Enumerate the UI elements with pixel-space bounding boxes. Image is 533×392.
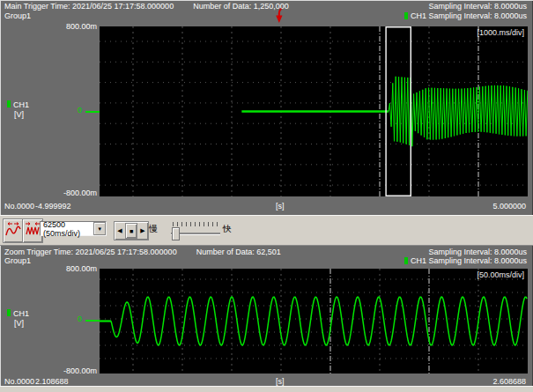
main-sampling-interval: Sampling Interval: 8.0000us (428, 2, 527, 11)
main-record-no: No.0000 (4, 202, 34, 211)
speed-fast-label: 快 (223, 225, 232, 233)
main-zero-marker: 0 (78, 106, 82, 115)
wave-expand-icon (5, 222, 21, 240)
trigger-position-icon (275, 8, 284, 24)
zoom-x-end: 2.608688 (492, 377, 526, 386)
zoom-scale-value: 62500 (50ms/div) (43, 220, 93, 238)
main-time-per-div: [1000.ms/div] (477, 28, 524, 37)
speed-slow-label: 慢 (149, 225, 158, 233)
zoom-scale-combobox[interactable]: 62500 (50ms/div) ▼ (40, 221, 107, 236)
main-waveform-plot[interactable]: [1000.ms/div] (100, 26, 528, 196)
window-bottom-strip (0, 386, 533, 392)
main-y-max-label: 800.00m (0, 22, 97, 31)
ch1-color-swatch-icon (7, 309, 11, 316)
step-forward-button[interactable]: ▶ (137, 222, 148, 240)
step-back-button[interactable]: ◀ (115, 222, 125, 240)
main-header-row2: Group1 CH1 Sampling Interval: 8.0000us (4, 11, 527, 20)
main-ch1-sampling-interval: Sampling Interval: 8.0000us (428, 11, 527, 20)
speed-slider[interactable] (171, 222, 220, 240)
zoom-header-row1: Zoom Trigger Time: 2021/06/25 17:17:58.0… (4, 248, 527, 256)
zoom-toolbar: 62500 (50ms/div) ▼ ◀ ■ ▶ 慢 快 (0, 215, 533, 246)
zoom-x-unit: [s] (276, 377, 285, 386)
slider-ticks (173, 222, 218, 226)
main-group-label: Group1 (4, 11, 31, 20)
zoom-number-of-data: Number of Data: 62,501 (196, 248, 281, 256)
zoom-y-max-label: 800.00m (0, 264, 97, 273)
main-x-end: 5.000000 (492, 202, 526, 211)
zoom-unit-label: [V] (14, 319, 24, 328)
zoom-waveform-plot[interactable]: [50.00ms/div] (100, 269, 528, 374)
main-x-unit: [s] (276, 202, 285, 211)
zoom-ch1-sampling: CH1 Sampling Interval: 8.0000us (404, 256, 527, 265)
main-x-start: -4.999992 (35, 202, 71, 211)
main-ch1-label: CH1 (411, 11, 426, 20)
main-channel-label: CH1 (7, 100, 29, 109)
chevron-down-icon[interactable]: ▼ (93, 222, 106, 235)
zoom-sampling-interval: Sampling Interval: 8.0000us (428, 248, 527, 256)
stop-button[interactable]: ■ (125, 223, 137, 239)
main-waveform-svg (100, 26, 528, 196)
zoom-ch1-label: CH1 (411, 256, 426, 265)
wave-compress-icon (25, 222, 41, 240)
ch1-color-swatch-icon (7, 100, 11, 107)
zoom-waveform-svg (100, 269, 528, 374)
slider-thumb[interactable] (172, 227, 180, 240)
zoom-x-start: 2.108688 (35, 377, 69, 386)
main-header-row1: Main Trigger Time: 2021/06/25 17:17:58.0… (4, 2, 527, 11)
main-trigger-time: Main Trigger Time: 2021/06/25 17:17:58.0… (4, 2, 174, 11)
zoom-zero-tick-icon (85, 320, 100, 322)
zoom-time-per-div: [50.00ms/div] (477, 270, 524, 279)
zoom-ch1-sampling-interval: Sampling Interval: 8.0000us (428, 256, 527, 265)
main-unit-label: [V] (14, 110, 24, 119)
main-y-min-label: -800.00m (0, 189, 97, 197)
zoom-channel-label: CH1 (7, 309, 29, 318)
playback-control-group: ◀ ■ ▶ (114, 221, 149, 240)
main-ch1-sampling: CH1 Sampling Interval: 8.0000us (404, 11, 527, 20)
main-zero-tick-icon (85, 111, 100, 113)
wave-viewer-window: Main Trigger Time: 2021/06/25 17:17:58.0… (0, 0, 533, 392)
zoom-record-no: No.0000 (4, 377, 34, 386)
zoom-y-min-label: -800.00m (0, 366, 97, 375)
zoom-zero-marker: 0 (78, 314, 82, 323)
zoom-trigger-time: Zoom Trigger Time: 2021/06/25 17:17:58.0… (4, 248, 177, 256)
ch1-color-swatch-icon (404, 257, 408, 264)
wave-expand-button[interactable] (3, 218, 24, 243)
ch1-color-swatch-icon (404, 12, 408, 19)
